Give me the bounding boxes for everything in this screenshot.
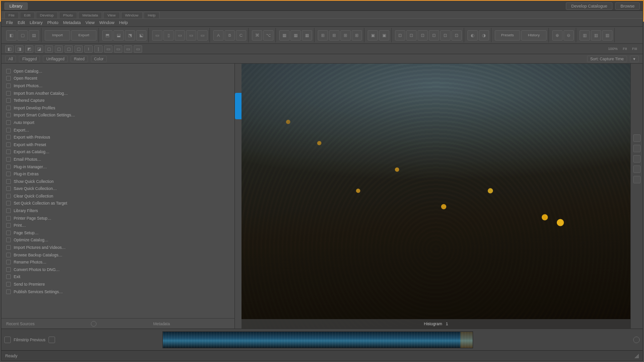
menu-edit[interactable]: Edit <box>18 20 25 25</box>
crop-icon[interactable] <box>633 134 641 142</box>
ws-tab[interactable]: Edit <box>20 12 35 18</box>
toolbar-button[interactable]: ⊡ <box>429 30 439 41</box>
toolbar-button[interactable]: ▣ <box>379 30 389 41</box>
toolbar-button[interactable]: ⊖ <box>564 30 574 41</box>
toolbar-button[interactable]: ▯ <box>163 30 174 41</box>
filter-chip[interactable]: All <box>5 56 16 62</box>
toolbar-button[interactable]: ▤ <box>29 30 39 41</box>
zoom-label[interactable]: Fill <box>630 47 639 51</box>
radial-icon[interactable] <box>633 165 641 173</box>
toolbar-button[interactable]: ▦ <box>279 30 290 41</box>
toolbar-button[interactable]: Import <box>45 30 70 41</box>
sort-control[interactable]: ▾ <box>630 56 639 62</box>
ws-tab[interactable]: Metadata <box>78 12 102 18</box>
toolbar-button[interactable]: ⌘ <box>252 30 262 41</box>
command-list-item[interactable]: Import Photos… <box>6 82 230 90</box>
toolbar-button[interactable]: ▭ <box>152 30 162 41</box>
toolbar-button[interactable]: ▭ <box>114 45 122 53</box>
filter-chip[interactable]: Flagged <box>19 56 40 62</box>
toolbar-button[interactable]: ▭ <box>134 45 142 53</box>
toolbar-button[interactable]: ⊡ <box>440 30 451 41</box>
toolbar-button[interactable]: ▢ <box>45 45 53 53</box>
toolbar-button[interactable]: B <box>225 30 235 41</box>
history-icon[interactable] <box>91 321 97 327</box>
command-list-item[interactable]: Plug-in Extras <box>6 170 230 178</box>
toolbar-button[interactable]: ▭ <box>186 30 196 41</box>
toolbar-button[interactable]: ▦ <box>302 30 312 41</box>
toolbar-button[interactable]: ⌥ <box>263 30 274 41</box>
menu-view[interactable]: View <box>86 20 95 25</box>
toolbar-button[interactable]: A <box>213 30 224 41</box>
toolbar-button[interactable]: ▢ <box>55 45 63 53</box>
command-list-item[interactable]: Import Smart Collection Settings… <box>6 112 230 119</box>
toolbar-button[interactable]: ▢ <box>64 45 73 53</box>
command-list-item[interactable]: Open Recent <box>6 75 230 82</box>
command-list-item[interactable]: Export with Previous <box>6 133 230 141</box>
ws-tab[interactable]: Help <box>144 12 160 18</box>
prev-icon[interactable] <box>48 337 55 343</box>
command-list-item[interactable]: Printer Page Setup… <box>6 214 230 222</box>
title-tab-develop[interactable]: Develop Catalogue <box>566 2 612 10</box>
resize-grip-icon[interactable] <box>634 354 639 358</box>
menu-library[interactable]: Library <box>30 20 43 25</box>
panel-collapse-grip[interactable] <box>235 93 242 119</box>
command-list-item[interactable]: Send to Premiere <box>6 280 230 288</box>
command-list-item[interactable]: Tethered Capture <box>6 97 230 104</box>
toolbar-button[interactable]: ▥ <box>591 30 601 41</box>
grad-icon[interactable] <box>633 155 641 163</box>
command-list-item[interactable]: Import Pictures and Videos… <box>6 244 230 251</box>
toolbar-button[interactable]: History <box>521 30 547 41</box>
command-list-item[interactable]: Optimize Catalog… <box>6 237 230 244</box>
grid-view-icon[interactable] <box>4 337 11 343</box>
title-tab-library[interactable]: Library <box>4 2 28 10</box>
toolbar-button[interactable]: ◧ <box>6 30 16 41</box>
filmstrip-options-icon[interactable] <box>633 337 640 343</box>
toolbar-button[interactable]: C <box>236 30 246 41</box>
preview-viewport[interactable]: Histogram 1 <box>242 64 630 329</box>
toolbar-button[interactable]: ⊞ <box>352 30 362 41</box>
toolbar-button[interactable]: ▢ <box>74 45 83 53</box>
command-list-item[interactable]: Clear Quick Collection <box>6 192 230 200</box>
toolbar-button[interactable]: ⬒ <box>102 30 113 41</box>
command-list-item[interactable]: Rename Photos… <box>6 258 230 266</box>
command-list-item[interactable]: Export as Catalog… <box>6 148 230 156</box>
command-list-item[interactable]: Print… <box>6 222 230 229</box>
command-list-item[interactable]: Save Quick Collection… <box>6 185 230 193</box>
command-list-item[interactable]: Convert Photos to DNG… <box>6 266 230 273</box>
command-list-item[interactable]: Publish Services Settings… <box>6 288 230 296</box>
menu-file[interactable]: File <box>6 20 13 25</box>
toolbar-button[interactable]: ⊡ <box>406 30 417 41</box>
command-list-item[interactable]: Show Quick Collection <box>6 178 230 185</box>
toolbar-button[interactable]: ▭ <box>175 30 185 41</box>
toolbar-button[interactable]: ▣ <box>368 30 378 41</box>
toolbar-button[interactable]: Export <box>71 30 97 41</box>
toolbar-button[interactable]: ▭ <box>124 45 132 53</box>
command-list-item[interactable]: Export… <box>6 126 230 134</box>
toolbar-button[interactable]: ⊕ <box>552 30 563 41</box>
toolbar-button[interactable]: Presets <box>495 30 520 41</box>
toolbar-button[interactable]: ▦ <box>290 30 301 41</box>
toolbar-button[interactable]: ◐ <box>467 30 478 41</box>
command-list-item[interactable]: Open Catalog… <box>6 67 230 75</box>
toolbar-button[interactable]: ⬓ <box>113 30 124 41</box>
toolbar-button[interactable]: ⊡ <box>395 30 405 41</box>
panel-resize-handle[interactable] <box>235 64 242 329</box>
command-list-item[interactable]: Set Quick Collection as Target <box>6 200 230 207</box>
menu-help[interactable]: Help <box>119 20 128 25</box>
ws-tab[interactable]: Window <box>121 12 143 18</box>
title-tab-browse[interactable]: Browse <box>615 2 640 10</box>
command-list-item[interactable]: Library Filters <box>6 207 230 214</box>
ws-tab[interactable]: Develop <box>36 12 58 18</box>
command-list-item[interactable]: Import from Another Catalog… <box>6 90 230 97</box>
toolbar-button[interactable]: ◪ <box>35 45 43 53</box>
toolbar-button[interactable]: ⬔ <box>125 30 135 41</box>
command-list-item[interactable]: Plug-in Manager… <box>6 163 230 171</box>
brush-icon[interactable] <box>633 145 641 152</box>
ws-tab[interactable]: Photo <box>59 12 77 18</box>
spot-icon[interactable] <box>633 176 641 183</box>
toolbar-button[interactable]: ⊡ <box>418 30 428 41</box>
toolbar-button[interactable]: | <box>94 45 103 53</box>
ws-tab[interactable]: View <box>103 12 120 18</box>
filter-chip[interactable]: Color <box>91 56 107 62</box>
command-list-item[interactable]: Export with Preset <box>6 141 230 148</box>
